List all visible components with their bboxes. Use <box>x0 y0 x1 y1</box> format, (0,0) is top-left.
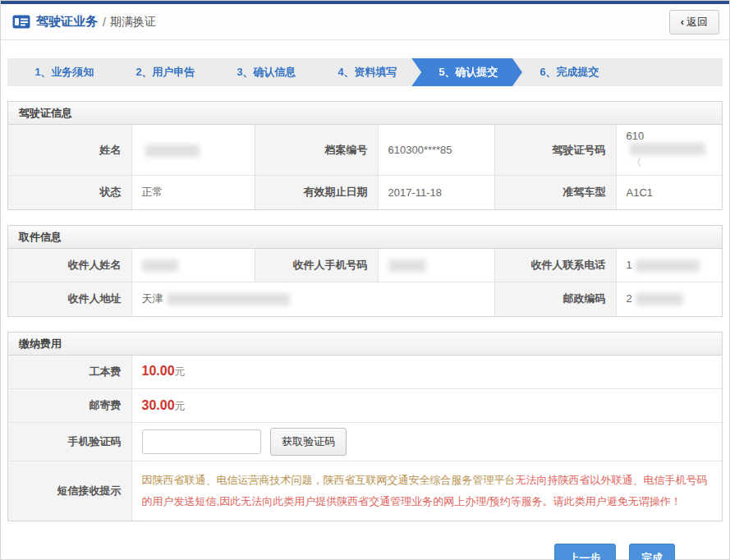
vehicle-type-value: A1C1 <box>616 176 722 209</box>
table-row: 状态 正常 有效期止日期 2017-11-18 准驾车型 A1C1 <box>8 176 722 209</box>
header: 驾驶证业务 / 期满换证 ‹返回 <box>1 4 729 40</box>
license-card-icon <box>12 15 30 29</box>
valid-until-value: 2017-11-18 <box>378 176 494 209</box>
redacted-zip <box>636 293 683 305</box>
redacted-license-number <box>630 143 705 155</box>
fee-section: 缴纳费用 工本费 10.00元 邮寄费 30.00元 手机验证码 获取验证码 短… <box>7 332 723 521</box>
back-button-label: 返回 <box>686 16 708 28</box>
mail-fee-value: 30.00元 <box>131 389 722 423</box>
vehicle-type-label: 准驾车型 <box>494 176 616 209</box>
recipient-name-value <box>131 249 255 282</box>
production-fee-label: 工本费 <box>8 356 131 389</box>
address-label: 收件人地址 <box>8 282 131 316</box>
get-captcha-button[interactable]: 获取验证码 <box>270 428 347 456</box>
license-info-section: 驾驶证信息 姓名 档案编号 610300****85 驾驶证号码 610〈 状态… <box>7 101 723 210</box>
license-info-table: 姓名 档案编号 610300****85 驾驶证号码 610〈 状态 正常 有效… <box>8 125 722 209</box>
license-number-value: 610〈 <box>616 125 722 176</box>
step-wizard-filler <box>613 58 723 86</box>
valid-until-label: 有效期止日期 <box>255 176 378 209</box>
production-fee-value: 10.00元 <box>131 356 722 389</box>
table-row: 手机验证码 获取验证码 <box>8 423 722 461</box>
table-row: 短信接收提示 因陕西省联通、电信运营商技术问题，陕西省互联网交通安全综合服务管理… <box>8 461 722 521</box>
step-wizard: 1、业务须知 2、用户申告 3、确认信息 4、资料填写 5、确认提交 6、完成提… <box>7 58 723 86</box>
recipient-mobile-label: 收件人手机号码 <box>255 249 378 282</box>
file-number-label: 档案编号 <box>255 125 378 176</box>
pickup-section-title: 取件信息 <box>8 226 722 249</box>
step-4-fill-data[interactable]: 4、资料填写 <box>310 58 421 86</box>
breadcrumb-separator: / <box>103 16 106 29</box>
table-row: 收件人姓名 收件人手机号码 收件人联系电话 1 <box>8 249 722 282</box>
step-1-business-notice[interactable]: 1、业务须知 <box>7 58 118 86</box>
table-row: 工本费 10.00元 <box>8 356 722 389</box>
fee-table: 工本费 10.00元 邮寄费 30.00元 手机验证码 获取验证码 短信接收提示… <box>8 356 722 521</box>
table-row: 邮寄费 30.00元 <box>8 389 722 423</box>
captcha-label: 手机验证码 <box>8 423 131 461</box>
redacted-recipient-mobile <box>388 259 426 272</box>
captcha-input[interactable] <box>142 429 261 454</box>
previous-step-button[interactable]: 上一步 <box>554 544 616 560</box>
step-6-finish-submit[interactable]: 6、完成提交 <box>512 58 623 86</box>
footer-actions: 上一步 完成 <box>1 544 729 560</box>
breadcrumb-current: 期满换证 <box>110 15 156 30</box>
step-5-confirm-submit[interactable]: 5、确认提交 <box>411 58 522 86</box>
name-label: 姓名 <box>8 125 131 176</box>
zip-label: 邮政编码 <box>494 282 616 316</box>
page-title: 驾驶证业务 <box>36 14 98 30</box>
captcha-cell: 获取验证码 <box>131 423 722 461</box>
step-2-user-declaration[interactable]: 2、用户申告 <box>108 58 219 86</box>
fee-section-title: 缴纳费用 <box>8 333 722 356</box>
finish-button[interactable]: 完成 <box>629 544 675 560</box>
redacted-address <box>167 293 290 305</box>
address-value: 天津 <box>131 282 494 316</box>
notice-part-3: 因此无法向此类用户提供陕西省交通管理业务的网上办理/预约等服务。请此类用户避免无… <box>219 495 682 507</box>
pickup-info-table: 收件人姓名 收件人手机号码 收件人联系电话 1 收件人地址 天津 邮政编码 2 <box>8 249 722 316</box>
sms-notice-text: 因陕西省联通、电信运营商技术问题，陕西省互联网交通安全综合服务管理平台无法向持陕… <box>131 461 722 521</box>
recipient-mobile-value <box>378 249 494 282</box>
notice-part-1: 因陕西省联通、电信运营商技术问题，陕西省互联网交通安全综合服务管理平台 <box>142 474 516 486</box>
mail-fee-label: 邮寄费 <box>8 389 131 423</box>
table-row: 姓名 档案编号 610300****85 驾驶证号码 610〈 <box>8 125 722 176</box>
back-chevron-icon: ‹ <box>681 16 684 28</box>
file-number-value: 610300****85 <box>378 125 494 176</box>
license-section-title: 驾驶证信息 <box>8 102 722 125</box>
recipient-name-label: 收件人姓名 <box>8 249 131 282</box>
zip-value: 2 <box>616 282 722 316</box>
pickup-info-section: 取件信息 收件人姓名 收件人手机号码 收件人联系电话 1 收件人地址 天津 邮政… <box>7 225 723 317</box>
name-value <box>131 125 255 176</box>
recipient-phone-value: 1 <box>616 249 722 282</box>
redacted-name <box>145 145 200 157</box>
license-number-label: 驾驶证号码 <box>494 125 616 176</box>
back-button[interactable]: ‹返回 <box>669 10 719 34</box>
sms-notice-label: 短信接收提示 <box>8 461 131 521</box>
status-label: 状态 <box>8 176 131 209</box>
redacted-recipient-name <box>142 259 178 272</box>
page: 驾驶证业务 / 期满换证 ‹返回 1、业务须知 2、用户申告 3、确认信息 4、… <box>0 0 730 560</box>
table-row: 收件人地址 天津 邮政编码 2 <box>8 282 722 316</box>
step-3-confirm-info[interactable]: 3、确认信息 <box>209 58 320 86</box>
recipient-phone-label: 收件人联系电话 <box>494 249 616 282</box>
status-value: 正常 <box>131 176 255 209</box>
redacted-recipient-phone <box>636 259 700 272</box>
